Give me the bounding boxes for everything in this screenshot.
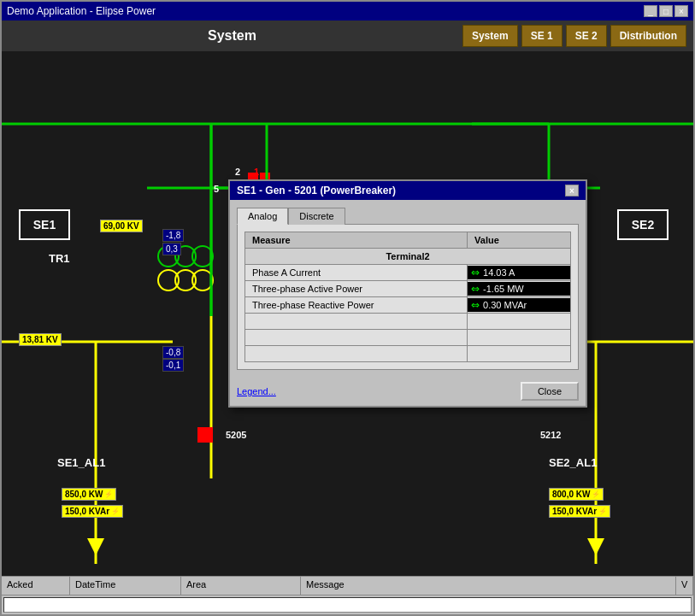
nav-button-system[interactable]: System <box>462 25 518 47</box>
modal-overlay: SE1 - Gen - 5201 (PowerBreaker) × Analog… <box>2 51 693 576</box>
status-col-acked: Acked <box>2 577 70 595</box>
value-cell-2: ⇔ -1.65 MW <box>468 281 571 297</box>
arrow-icon-1: ⇔ <box>471 267 480 279</box>
table-section-header: Terminal2 <box>245 249 571 265</box>
value-display-2: ⇔ -1.65 MW <box>468 282 570 296</box>
value-text-3: 0.30 MVAr <box>483 300 527 310</box>
modal-dialog: SE1 - Gen - 5201 (PowerBreaker) × Analog… <box>228 179 587 408</box>
table-row: Phase A Current ⇔ 14.03 A <box>245 265 571 281</box>
status-scrollbar[interactable] <box>3 597 692 613</box>
tab-analog[interactable]: Analog <box>237 208 288 225</box>
col-measure: Measure <box>245 232 468 249</box>
section-title: Terminal2 <box>245 249 571 265</box>
table-row-empty <box>245 314 571 330</box>
value-cell-3: ⇔ 0.30 MVAr <box>468 297 571 314</box>
modal-body: Analog Discrete Measure Value <box>230 200 586 377</box>
col-value: Value <box>468 232 571 249</box>
value-text-1: 14.03 A <box>483 267 515 278</box>
measure-label-1: Phase A Current <box>245 265 468 281</box>
close-button[interactable]: Close <box>521 382 579 401</box>
arrow-icon-2: ⇔ <box>471 283 480 295</box>
value-display-1: ⇔ 14.03 A <box>468 266 570 279</box>
close-window-button[interactable]: × <box>674 5 688 17</box>
title-bar-controls: _ □ × <box>644 5 688 17</box>
app-title: Demo Application - Elipse Power <box>7 5 156 17</box>
table-row-empty <box>245 346 571 362</box>
measure-label-2: Three-phase Active Power <box>245 281 468 297</box>
tab-content-analog: Measure Value Terminal2 Phase A Current <box>237 224 579 370</box>
legend-link[interactable]: Legend... <box>237 386 276 396</box>
value-text-2: -1.65 MW <box>483 284 524 294</box>
nav-title: System <box>2 28 462 44</box>
nav-bar: System System SE 1 SE 2 Distribution <box>2 21 693 51</box>
modal-title-bar: SE1 - Gen - 5201 (PowerBreaker) × <box>230 181 586 200</box>
nav-button-se2[interactable]: SE 2 <box>566 25 607 47</box>
measure-label-3: Three-phase Reactive Power <box>245 297 468 314</box>
tab-bar: Analog Discrete <box>237 207 579 224</box>
status-col-area: Area <box>181 577 301 595</box>
main-content: SE1 SE2 TR1 5 2 1 5205 5212 69,00 KV 13,… <box>2 51 693 576</box>
status-col-message: Message <box>301 577 676 595</box>
value-cell-1: ⇔ 14.03 A <box>468 265 571 281</box>
status-col-datetime: DateTime <box>70 577 181 595</box>
status-row: Acked DateTime Area Message V <box>2 577 693 595</box>
tab-discrete[interactable]: Discrete <box>288 208 345 225</box>
value-display-3: ⇔ 0.30 MVAr <box>468 298 570 312</box>
table-row: Three-phase Reactive Power ⇔ 0.30 MVAr <box>245 297 571 314</box>
minimize-button[interactable]: _ <box>644 5 657 17</box>
table-row: Three-phase Active Power ⇔ -1.65 MW <box>245 281 571 297</box>
modal-footer: Legend... Close <box>230 377 586 406</box>
status-bar: Acked DateTime Area Message V <box>2 576 693 614</box>
arrow-icon-3: ⇔ <box>471 299 480 311</box>
app-window: Demo Application - Elipse Power _ □ × Sy… <box>0 0 695 616</box>
title-bar: Demo Application - Elipse Power _ □ × <box>2 2 693 21</box>
data-table: Measure Value Terminal2 Phase A Current <box>244 232 571 362</box>
status-col-v: V <box>676 577 693 595</box>
nav-button-distribution[interactable]: Distribution <box>610 25 686 47</box>
nav-button-se1[interactable]: SE 1 <box>521 25 562 47</box>
modal-title: SE1 - Gen - 5201 (PowerBreaker) <box>237 185 396 197</box>
table-row-empty <box>245 330 571 346</box>
maximize-button[interactable]: □ <box>659 5 673 17</box>
modal-title-close-button[interactable]: × <box>565 185 579 197</box>
